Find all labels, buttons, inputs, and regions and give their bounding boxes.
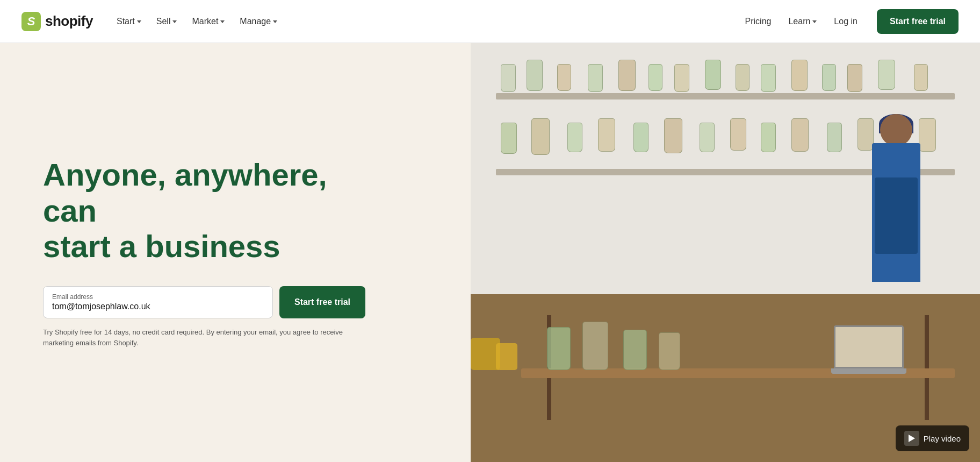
nav-market[interactable]: Market: [185, 12, 231, 31]
shelf-jar: [761, 123, 776, 152]
shelf-jar: [847, 64, 862, 92]
email-input[interactable]: [52, 302, 264, 311]
shelf-jar: [598, 118, 615, 152]
person-body: [872, 143, 920, 281]
laptop-base: [831, 368, 906, 374]
hero-cta-button[interactable]: Start free trial: [279, 286, 365, 318]
hero-section: Anyone, anywhere, can start a business E…: [0, 0, 980, 462]
login-link[interactable]: Log in: [827, 12, 864, 31]
shelf-jar: [501, 123, 517, 154]
table-jar: [547, 327, 571, 370]
hero-left: Anyone, anywhere, can start a business E…: [0, 43, 471, 462]
chevron-down-icon: [172, 20, 177, 23]
play-triangle-icon: [909, 435, 915, 442]
shelf-jar: [761, 64, 776, 92]
shelf-jar: [527, 60, 543, 91]
play-video-button[interactable]: Play video: [896, 425, 969, 451]
logo-text: shopify: [45, 13, 93, 30]
shelf-jar: [705, 60, 721, 90]
shelf-jar: [827, 123, 842, 152]
logo[interactable]: shopify: [21, 12, 93, 31]
top-shelf: [496, 93, 955, 99]
shelf-jar: [730, 118, 746, 151]
disclaimer-text: Try Shopify free for 14 days, no credit …: [43, 327, 355, 348]
shelf-jar: [914, 64, 928, 91]
shelf-jar: [633, 123, 648, 152]
nav-right: Pricing Learn Log in Start free trial: [739, 9, 959, 34]
person-apron: [875, 177, 918, 253]
shelf-jar: [531, 118, 550, 155]
shelf-jar: [878, 60, 895, 90]
shelf-jar: [567, 123, 582, 152]
table-jar: [623, 330, 647, 370]
learn-link[interactable]: Learn: [782, 12, 823, 31]
email-label: Email address: [52, 293, 264, 301]
nav-manage[interactable]: Manage: [233, 12, 284, 31]
nav-sell[interactable]: Sell: [150, 12, 184, 31]
hero-right: Play video: [471, 43, 980, 462]
chevron-down-icon: [220, 20, 225, 23]
nav-left: shopify Start Sell Market Manage: [21, 12, 284, 31]
shop-scene-image: Play video: [471, 43, 980, 462]
chevron-down-icon: [812, 20, 817, 23]
shelf-jar: [791, 60, 808, 91]
shelf-jar: [736, 64, 750, 91]
nav-cta-button[interactable]: Start free trial: [877, 9, 959, 34]
bottle-item: [496, 343, 517, 370]
navbar: shopify Start Sell Market Manage Pricing: [0, 0, 980, 43]
shelf-jar: [791, 118, 809, 152]
nav-start[interactable]: Start: [110, 12, 148, 31]
shelf-jar: [674, 64, 689, 92]
email-input-wrap[interactable]: Email address: [43, 286, 273, 318]
person-figure: [853, 114, 939, 344]
shopify-logo-icon: [21, 12, 41, 31]
play-icon-box: [904, 431, 919, 446]
hero-heading: Anyone, anywhere, can start a business: [43, 157, 344, 265]
shelf-jar: [700, 123, 715, 152]
nav-links: Start Sell Market Manage: [110, 12, 284, 31]
shelf-jar: [588, 64, 603, 92]
table-jar: [659, 332, 680, 370]
shelf-jar: [664, 118, 682, 153]
shelf-jar: [648, 64, 662, 91]
person-head: [880, 114, 912, 146]
shelf-jar: [501, 64, 516, 92]
table-jar: [582, 322, 608, 370]
email-form: Email address Start free trial: [43, 286, 365, 318]
shelf-jar: [557, 64, 571, 91]
chevron-down-icon: [137, 20, 141, 23]
shelf-jar: [618, 60, 636, 91]
pricing-link[interactable]: Pricing: [739, 12, 778, 31]
nav-right-links: Pricing Learn Log in: [739, 12, 864, 31]
chevron-down-icon: [273, 20, 277, 23]
shelf-jar: [822, 64, 836, 91]
